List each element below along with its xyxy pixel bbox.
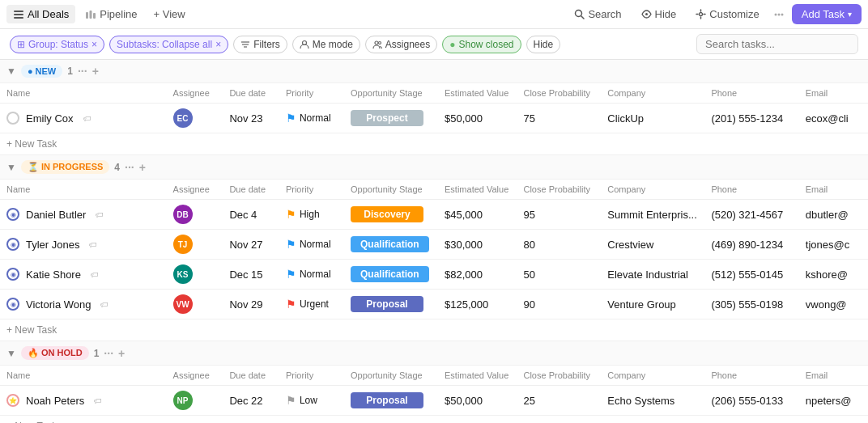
- svg-line-7: [581, 16, 584, 19]
- me-mode-chip[interactable]: Me mode: [292, 36, 360, 53]
- task-icon-katie[interactable]: ◉: [6, 268, 19, 281]
- th-phone-new: Phone: [704, 83, 798, 104]
- svg-rect-5: [93, 13, 96, 19]
- avatar-victoria: VW: [173, 294, 193, 314]
- add-task-button[interactable]: Add Task ▾: [792, 4, 862, 24]
- value-daniel: $45,000: [445, 209, 483, 221]
- flag-victoria: ⚑: [286, 298, 296, 311]
- hide-chip[interactable]: Hide: [526, 36, 561, 53]
- company-emily: ClickUp: [607, 112, 644, 125]
- task-checkbox-emily[interactable]: [6, 112, 19, 125]
- value-katie: $82,000: [445, 269, 483, 281]
- email-victoria: vwong@: [806, 298, 847, 311]
- svg-point-14: [774, 13, 777, 15]
- add-task-new[interactable]: + New Task: [0, 133, 868, 155]
- col-headers-inprogress: Name Assignee Due date Priority Opportun…: [0, 180, 868, 200]
- col-headers-onhold: Name Assignee Due date Priority Opportun…: [0, 366, 868, 386]
- stage-victoria: Proposal: [351, 296, 423, 312]
- flag-daniel: ⚑: [286, 208, 296, 221]
- section-new: ▼ ● NEW 1 ··· + Name Assignee Due date P…: [0, 60, 868, 155]
- add-task-inprogress[interactable]: + New Task: [0, 319, 868, 341]
- svg-point-8: [645, 13, 648, 15]
- show-closed-chip[interactable]: ● Show closed: [442, 36, 521, 53]
- expand-inprogress[interactable]: ▼: [6, 162, 16, 173]
- chip-close-icon[interactable]: ×: [91, 39, 97, 50]
- add-new[interactable]: +: [92, 65, 99, 78]
- subtasks-chip[interactable]: Subtasks: Collapse all ×: [109, 36, 228, 53]
- task-name-victoria[interactable]: Victoria Wong: [26, 298, 91, 311]
- flag-tyler: ⚑: [286, 238, 296, 251]
- task-name-tyler[interactable]: Tyler Jones: [26, 239, 79, 251]
- task-name-katie[interactable]: Katie Shore: [26, 269, 81, 281]
- filter-icon: [240, 40, 250, 49]
- th-company-ip: Company: [601, 180, 704, 200]
- customize-button[interactable]: Customize: [689, 5, 765, 23]
- th-email-ip: Email: [799, 180, 868, 200]
- avatar-daniel: DB: [173, 205, 193, 224]
- section-in-progress: ▼ ⏳ IN PROGRESS 4 ··· + Name Assignee Du…: [0, 155, 868, 341]
- search-button[interactable]: Search: [568, 5, 628, 23]
- tag-icon-katie: 🏷: [91, 270, 99, 279]
- filters-chip[interactable]: Filters: [233, 36, 287, 53]
- task-icon-noah[interactable]: ⭐: [6, 394, 19, 407]
- phone-tyler: (469) 890-1234: [711, 239, 783, 251]
- stage-tyler: Qualification: [351, 236, 429, 252]
- th-due-oh: Due date: [223, 366, 279, 386]
- add-inprogress[interactable]: +: [139, 161, 146, 174]
- priority-noah: ⚑ Low: [286, 394, 338, 407]
- col-headers-new: Name Assignee Due date Priority Opportun…: [0, 83, 868, 104]
- task-icon-victoria[interactable]: ◉: [6, 298, 19, 311]
- customize-icon: [696, 9, 706, 19]
- svg-rect-1: [14, 14, 23, 15]
- filter-bar: ⊞ Group: Status × Subtasks: Collapse all…: [0, 29, 868, 60]
- subtasks-close-icon[interactable]: ×: [215, 39, 221, 50]
- task-name-noah[interactable]: Noah Peters: [26, 395, 84, 407]
- svg-point-15: [777, 13, 780, 15]
- tab-all-deals[interactable]: All Deals: [6, 5, 75, 23]
- th-due-new: Due date: [223, 83, 279, 104]
- th-priority-oh: Priority: [279, 366, 344, 386]
- th-value-ip: Estimated Value: [438, 180, 517, 200]
- due-tyler: Nov 27: [229, 239, 262, 251]
- count-onhold: 1: [94, 348, 100, 359]
- th-stage-new: Opportunity Stage: [344, 83, 438, 104]
- due-victoria: Nov 29: [229, 298, 262, 311]
- task-icon-daniel[interactable]: ◉: [6, 208, 19, 221]
- tab-pipeline[interactable]: Pipeline: [79, 5, 143, 23]
- expand-onhold[interactable]: ▼: [6, 348, 16, 359]
- flag-emily: ⚑: [286, 112, 296, 125]
- search-tasks-input[interactable]: [696, 34, 858, 54]
- tab-view[interactable]: + View: [147, 5, 192, 23]
- th-company-oh: Company: [601, 366, 704, 386]
- th-assignee-oh: Assignee: [167, 366, 223, 386]
- add-task-onhold[interactable]: + New Task: [0, 416, 868, 424]
- count-new: 1: [67, 66, 73, 77]
- stage-emily: Prospect: [351, 110, 423, 126]
- priority-victoria: ⚑ Urgent: [286, 298, 338, 311]
- avatar-noah: NP: [173, 391, 193, 410]
- add-onhold[interactable]: +: [118, 347, 125, 360]
- task-row-daniel-butler: ◉ Daniel Butler 🏷 DB Dec 4 ⚑ High Discov…: [0, 200, 868, 230]
- task-name-emily[interactable]: Emily Cox: [26, 112, 74, 125]
- app-container: All Deals Pipeline + View Search Hide Cu…: [0, 0, 868, 423]
- expand-new[interactable]: ▼: [6, 66, 16, 77]
- phone-victoria: (305) 555-0198: [711, 298, 783, 311]
- more-inprogress[interactable]: ···: [125, 161, 134, 174]
- hide-button[interactable]: Hide: [635, 5, 683, 23]
- stage-daniel: Discovery: [351, 206, 423, 222]
- th-assignee-new: Assignee: [167, 83, 223, 104]
- hide-icon: [641, 9, 652, 19]
- avatar-katie: KS: [173, 264, 193, 284]
- more-new[interactable]: ···: [78, 65, 87, 78]
- group-status-chip[interactable]: ⊞ Group: Status ×: [10, 36, 104, 53]
- badge-onhold: 🔥 ON HOLD: [21, 346, 89, 360]
- task-row-noah-peters: ⭐ Noah Peters 🏷 NP Dec 22 ⚑ Low Proposal…: [0, 386, 868, 416]
- task-name-daniel[interactable]: Daniel Butler: [26, 209, 86, 221]
- th-prob-new: Close Probability: [517, 83, 601, 104]
- more-onhold[interactable]: ···: [104, 347, 113, 360]
- company-noah: Echo Systems: [607, 395, 674, 407]
- due-noah: Dec 22: [229, 395, 262, 407]
- task-icon-tyler[interactable]: ◉: [6, 238, 19, 251]
- company-tyler: Crestview: [607, 239, 653, 251]
- assignees-chip[interactable]: Assignees: [365, 36, 437, 53]
